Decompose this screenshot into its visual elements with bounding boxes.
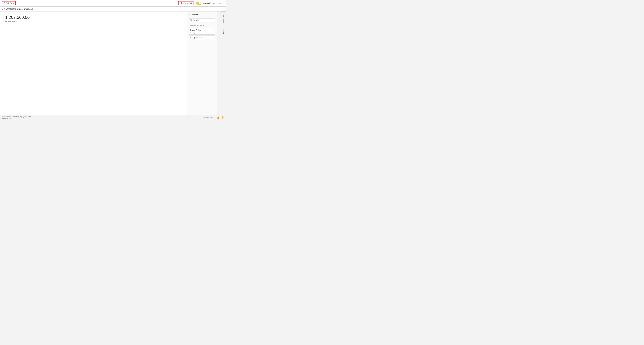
filters-title: Filters (192, 13, 198, 16)
main-content: 1,207,500.00 Gross Sales ⊳ Filters 🔍 Fil… (0, 11, 226, 115)
toggle-thumb (199, 2, 201, 4)
filters-search-area: 🔍 (187, 17, 217, 23)
bottom-status: This visual is showing top gross sale So… (2, 115, 31, 120)
filters-expand-icon[interactable] (214, 14, 216, 15)
qa-bar[interactable]: 💬 What is the largest gross sale (0, 6, 226, 11)
chat-icon: 💬 (2, 8, 5, 10)
qa-underline-word: gross sale (24, 8, 33, 10)
toggle-label: New Q&A experience on (203, 2, 224, 4)
filters-more-icon[interactable]: ··· (214, 25, 216, 27)
pin-visual-button[interactable]: 📌 Pin visual (178, 1, 194, 5)
value-number: 1,207,500.00 (5, 15, 184, 20)
filter-dropdown-icon[interactable] (211, 29, 212, 30)
gross-sales-filter-card[interactable]: Gross Sales ✕ is (All) (189, 28, 216, 35)
filter-card-icons: ✕ (211, 29, 214, 31)
filters-on-visual-label: Filters on this visual ··· (189, 25, 216, 27)
filter-clear-icon[interactable]: ✕ (212, 29, 214, 31)
search-icon: 🔍 (190, 19, 192, 21)
collapse-panel-button[interactable]: ‹ (218, 13, 221, 16)
filter-card-sub: is (All) (190, 31, 214, 33)
search-input[interactable] (193, 19, 214, 21)
panel-arrows: ‹ › (217, 11, 221, 115)
visual-area: 1,207,500.00 Gross Sales (0, 11, 187, 115)
filter-card-name: Gross Sales (190, 29, 201, 31)
filters-on-visual-text: Filters on this visual (189, 25, 204, 27)
bottom-line1: This visual is showing top gross sale (2, 115, 31, 117)
funnel-icon: ⊳ (189, 13, 191, 16)
chevron-left-icon (4, 2, 5, 4)
filter-tag: Top gross sale ✕ (189, 35, 216, 39)
toggle-area: New Q&A experience on (196, 2, 224, 5)
top-bar-right: 📌 Pin visual New Q&A experience on (178, 1, 224, 5)
visualizations-tab[interactable]: Visualizations (222, 11, 226, 27)
filter-card-header: Gross Sales ✕ (190, 29, 214, 31)
thumbs-down-button[interactable]: 👎 (221, 116, 224, 119)
value-label: Gross Sales (5, 20, 184, 22)
expand-panel-button[interactable]: › (218, 16, 221, 20)
bottom-feedback: Is this useful? 👍 👎 (204, 116, 224, 119)
top-bar: Exit Q&A 📌 Pin visual New Q&A experience… (0, 0, 226, 6)
thumbs-up-button[interactable]: 👍 (217, 116, 220, 119)
exit-qa-button[interactable]: Exit Q&A (2, 1, 16, 5)
search-box[interactable]: 🔍 (189, 18, 216, 22)
exit-qa-label: Exit Q&A (6, 2, 14, 4)
feedback-label: Is this useful? (204, 116, 215, 119)
fields-tab[interactable]: Fields (222, 27, 226, 36)
bottom-line2: Source: Test (2, 117, 31, 120)
side-tabs: Visualizations Fields (221, 11, 226, 115)
filters-title-group: ⊳ Filters (189, 13, 198, 16)
filter-tag-label: Top gross sale (190, 36, 202, 39)
value-display: 1,207,500.00 Gross Sales (3, 15, 184, 22)
pin-icon: 📌 (180, 2, 182, 4)
pin-visual-label: Pin visual (184, 2, 192, 4)
qa-query-text: What is the largest gross sale (6, 8, 33, 10)
filters-section: Filters on this visual ··· Gross Sales ✕… (187, 23, 217, 40)
filters-panel: ⊳ Filters 🔍 Filters on this visual ··· G… (187, 11, 217, 115)
filter-tag-close-icon[interactable]: ✕ (212, 36, 214, 39)
new-qa-toggle[interactable] (196, 2, 202, 5)
bottom-bar: This visual is showing top gross sale So… (0, 115, 226, 120)
filters-header: ⊳ Filters (187, 11, 217, 17)
